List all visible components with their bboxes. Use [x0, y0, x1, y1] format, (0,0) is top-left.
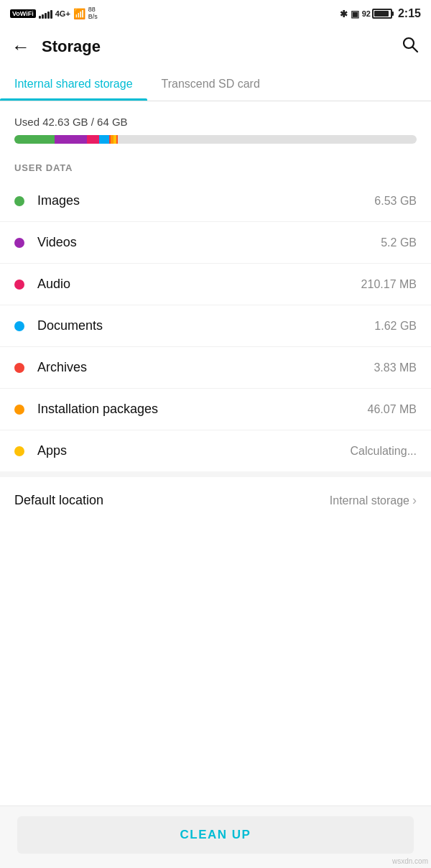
svg-line-1 — [413, 47, 418, 52]
images-size: 6.53 GB — [374, 195, 417, 208]
chevron-right-icon: › — [412, 493, 417, 508]
user-data-section-header: USER DATA — [0, 149, 431, 180]
videos-size: 5.2 GB — [381, 236, 417, 249]
bottom-bar: CLEAN UP — [0, 805, 431, 868]
apps-dot — [14, 446, 24, 456]
battery-icon — [372, 9, 392, 19]
battery-fill — [374, 11, 389, 17]
videos-dot — [14, 238, 24, 248]
status-right: ✱ ▣ 92 2:15 — [340, 7, 421, 20]
bluetooth-icon: ✱ — [340, 9, 348, 19]
videos-label: Videos — [37, 235, 381, 250]
default-location-label: Default location — [14, 493, 330, 508]
list-item[interactable]: Documents 1.62 GB — [0, 305, 431, 347]
list-item[interactable]: Archives 3.83 MB — [0, 347, 431, 389]
search-button[interactable] — [401, 35, 420, 58]
page-title: Storage — [42, 37, 401, 56]
battery-percent: 92 — [362, 9, 371, 18]
archives-size: 3.83 MB — [374, 361, 417, 374]
storage-list: Images 6.53 GB Videos 5.2 GB Audio 210.1… — [0, 180, 431, 471]
status-left: VoWiFi 4G+ 📶 88B/s — [10, 6, 98, 21]
watermark: wsxdn.com — [392, 857, 428, 865]
archives-label: Archives — [37, 360, 374, 375]
list-item[interactable]: Apps Calculating... — [0, 430, 431, 471]
installation-packages-label: Installation packages — [37, 402, 368, 417]
documents-label: Documents — [37, 318, 374, 333]
archives-dot — [14, 363, 24, 373]
storage-info-section: Used 42.63 GB / 64 GB — [0, 101, 431, 149]
list-item[interactable]: Audio 210.17 MB — [0, 264, 431, 305]
signal-bars — [39, 9, 52, 19]
list-item[interactable]: Installation packages 46.07 MB — [0, 389, 431, 430]
bar-videos — [55, 135, 87, 144]
list-item[interactable]: Images 6.53 GB — [0, 180, 431, 222]
battery-indicator: 92 — [362, 9, 392, 19]
apps-label: Apps — [37, 443, 351, 458]
audio-dot — [14, 280, 24, 290]
bar-images — [14, 135, 55, 144]
default-location-value: Internal storage › — [330, 493, 417, 508]
vibrate-icon: ▣ — [351, 9, 359, 19]
documents-size: 1.62 GB — [374, 320, 417, 333]
status-bar: VoWiFi 4G+ 📶 88B/s ✱ ▣ 92 2:15 — [0, 0, 431, 26]
time-display: 2:15 — [398, 7, 421, 20]
audio-label: Audio — [37, 277, 361, 292]
documents-dot — [14, 321, 24, 331]
tabs-container: Internal shared storage Transcend SD car… — [0, 68, 431, 101]
tab-internal-storage[interactable]: Internal shared storage — [0, 68, 147, 101]
tab-sd-card[interactable]: Transcend SD card — [147, 68, 274, 101]
network-type: 4G+ — [55, 9, 70, 18]
bar-documents — [99, 135, 109, 144]
list-item[interactable]: Videos 5.2 GB — [0, 222, 431, 264]
apps-size: Calculating... — [351, 445, 417, 458]
speed-text: 88B/s — [88, 6, 98, 21]
back-button[interactable]: ← — [11, 37, 30, 56]
installation-packages-size: 46.07 MB — [368, 403, 417, 416]
app-bar: ← Storage — [0, 26, 431, 68]
storage-used-text: Used 42.63 GB / 64 GB — [14, 116, 417, 128]
audio-size: 210.17 MB — [361, 278, 417, 291]
bar-audio — [87, 135, 99, 144]
clean-up-button[interactable]: CLEAN UP — [17, 816, 414, 854]
images-dot — [14, 196, 24, 206]
bar-other — [116, 135, 118, 144]
bottom-spacer — [0, 524, 431, 610]
wifi-icon: 📶 — [73, 8, 85, 19]
storage-bar — [14, 135, 417, 144]
vowifi-label: VoWiFi — [10, 9, 36, 18]
default-location-row[interactable]: Default location Internal storage › — [0, 471, 431, 524]
images-label: Images — [37, 193, 374, 208]
installation-packages-dot — [14, 405, 24, 415]
